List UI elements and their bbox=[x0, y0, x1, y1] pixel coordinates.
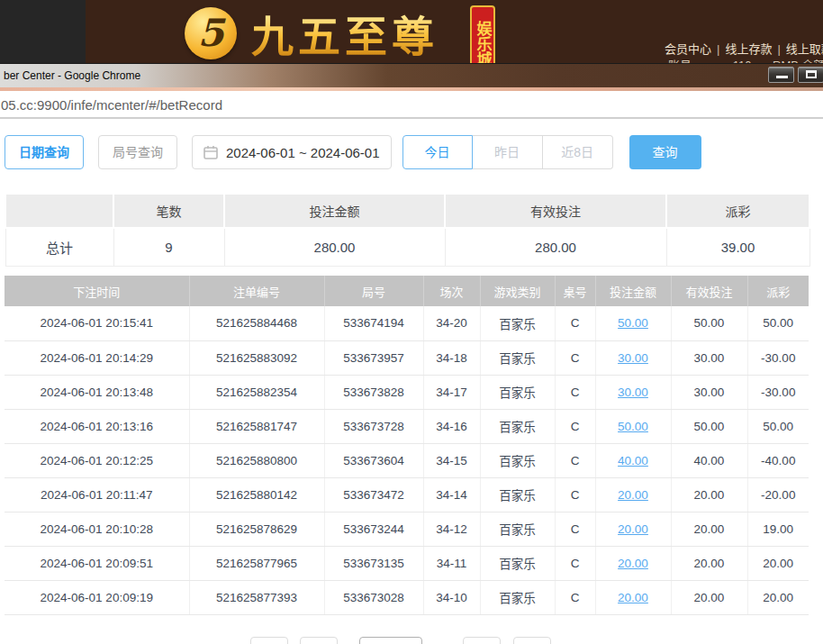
bet-amount-link[interactable]: 50.00 bbox=[618, 420, 648, 433]
cell-valid-bet: 40.00 bbox=[671, 443, 747, 477]
cell-game-type: 百家乐 bbox=[480, 409, 555, 443]
nav-withdraw[interactable]: 线上取款 bbox=[786, 42, 823, 56]
today-button[interactable]: 今日 bbox=[402, 135, 473, 169]
cell-order-id: 521625884468 bbox=[189, 306, 324, 340]
cell-round-id: 533673828 bbox=[324, 375, 423, 409]
cell-round-id: 533673244 bbox=[324, 512, 423, 546]
date-query-tab[interactable]: 日期查询 bbox=[5, 135, 84, 169]
bet-column-header: 投注金额 bbox=[595, 276, 671, 306]
summary-header-cell: 有效投注 bbox=[445, 194, 666, 228]
summary-total-cell: 39.00 bbox=[666, 228, 809, 266]
cell-bet-amount: 20.00 bbox=[595, 512, 671, 546]
cell-payout: -40.00 bbox=[747, 443, 809, 477]
cell-order-id: 521625880142 bbox=[189, 477, 324, 512]
cell-game-type: 百家乐 bbox=[480, 512, 555, 546]
nav-member-center[interactable]: 会员中心 bbox=[665, 42, 711, 56]
site-header: 5 九五至尊 娱乐城 会员中心|线上存款|线上取款 账号 110 RMB 余额 bbox=[0, 0, 823, 63]
cell-bet-amount: 30.00 bbox=[595, 375, 671, 409]
summary-table: 笔数投注金额有效投注派彩 总计9280.00280.0039.00 bbox=[5, 193, 810, 267]
bet-amount-link[interactable]: 30.00 bbox=[618, 351, 648, 365]
cell-payout: 50.00 bbox=[747, 306, 809, 340]
table-row: 2024-06-01 20:14:29521625883092533673957… bbox=[5, 340, 809, 375]
cell-table-id: C bbox=[555, 443, 595, 477]
cell-game-type: 百家乐 bbox=[480, 443, 555, 477]
cell-game-type: 百家乐 bbox=[480, 477, 555, 512]
table-row: 2024-06-01 20:09:51521625877965533673135… bbox=[5, 546, 809, 580]
cell-valid-bet: 20.00 bbox=[671, 477, 747, 512]
cell-table-id: C bbox=[555, 512, 595, 546]
cell-bet-time: 2024-06-01 20:13:16 bbox=[5, 409, 189, 443]
cell-bet-amount: 30.00 bbox=[595, 340, 671, 375]
summary-header-cell: 投注金额 bbox=[224, 194, 445, 228]
cell-table-id: C bbox=[555, 375, 595, 409]
cell-bet-time: 2024-06-01 20:10:28 bbox=[5, 512, 189, 546]
table-row: 2024-06-01 20:15:41521625884468533674194… bbox=[5, 306, 809, 340]
cell-bet-amount: 50.00 bbox=[595, 409, 671, 443]
bet-amount-link[interactable]: 30.00 bbox=[618, 385, 648, 399]
cell-valid-bet: 50.00 bbox=[671, 409, 747, 443]
bet-amount-link[interactable]: 20.00 bbox=[618, 522, 648, 536]
bet-amount-link[interactable]: 20.00 bbox=[618, 591, 648, 604]
cell-order-id: 521625881747 bbox=[189, 409, 324, 443]
nav-separator: | bbox=[777, 42, 780, 56]
minimize-button[interactable] bbox=[768, 67, 794, 83]
bet-amount-link[interactable]: 20.00 bbox=[618, 557, 648, 570]
summary-header-cell bbox=[5, 194, 113, 228]
summary-total-cell: 9 bbox=[113, 228, 224, 266]
cell-round-id: 533673957 bbox=[324, 340, 423, 375]
cell-order-id: 521625880800 bbox=[189, 443, 324, 477]
summary-header-cell: 派彩 bbox=[666, 194, 809, 228]
bet-column-header: 场次 bbox=[423, 276, 480, 306]
logo-badge: 娱乐城 bbox=[470, 5, 495, 63]
cell-valid-bet: 20.00 bbox=[671, 512, 747, 546]
summary-total-cell: 280.00 bbox=[445, 228, 666, 266]
cell-round-id: 533674194 bbox=[324, 306, 423, 340]
cell-bet-time: 2024-06-01 20:15:41 bbox=[5, 306, 189, 340]
nav-separator: | bbox=[717, 42, 719, 56]
table-row: 2024-06-01 20:13:16521625881747533673728… bbox=[5, 409, 809, 443]
yesterday-button[interactable]: 昨日 bbox=[473, 135, 543, 169]
maximize-button[interactable] bbox=[798, 67, 823, 83]
address-bar[interactable]: 05.cc:9900/infe/mcenter/#/betRecord bbox=[0, 91, 823, 119]
logo-coin-icon: 5 bbox=[185, 7, 237, 59]
cell-round-id: 533673135 bbox=[324, 546, 423, 580]
cell-game-type: 百家乐 bbox=[480, 546, 555, 580]
pager-page-select[interactable] bbox=[359, 637, 422, 644]
cell-valid-bet: 30.00 bbox=[671, 340, 747, 375]
cell-session: 34-11 bbox=[423, 546, 480, 580]
url-text[interactable]: 05.cc:9900/infe/mcenter/#/betRecord bbox=[1, 97, 222, 113]
cell-order-id: 521625878629 bbox=[189, 512, 324, 546]
bet-column-header: 局号 bbox=[324, 276, 423, 306]
bet-amount-link[interactable]: 50.00 bbox=[618, 316, 648, 330]
table-row: 2024-06-01 20:09:19521625877393533673028… bbox=[5, 580, 809, 614]
pager-prev-button[interactable] bbox=[300, 637, 338, 644]
chrome-window: ber Center - Google Chrome 05.cc:9900/in… bbox=[0, 63, 823, 644]
last-8-days-button[interactable]: 近8日 bbox=[543, 135, 613, 169]
table-row: 2024-06-01 20:13:48521625882354533673828… bbox=[5, 375, 809, 409]
cell-valid-bet: 20.00 bbox=[671, 580, 747, 614]
cell-game-type: 百家乐 bbox=[480, 340, 555, 375]
summary-header-row: 笔数投注金额有效投注派彩 bbox=[5, 194, 809, 228]
pager-first-button[interactable] bbox=[250, 637, 288, 644]
date-range-input[interactable]: 2024-06-01 ~ 2024-06-01 bbox=[192, 135, 392, 169]
round-query-tab[interactable]: 局号查询 bbox=[98, 135, 177, 169]
bet-amount-link[interactable]: 40.00 bbox=[618, 454, 648, 467]
cell-bet-amount: 20.00 bbox=[595, 546, 671, 580]
nav-deposit[interactable]: 线上存款 bbox=[725, 42, 772, 56]
bet-column-header: 有效投注 bbox=[671, 276, 747, 306]
date-range-value: 2024-06-01 ~ 2024-06-01 bbox=[226, 145, 380, 160]
bet-column-header: 桌号 bbox=[555, 276, 595, 306]
search-button[interactable]: 查询 bbox=[629, 135, 701, 169]
cell-bet-time: 2024-06-01 20:14:29 bbox=[5, 340, 189, 375]
bet-amount-link[interactable]: 20.00 bbox=[618, 488, 648, 502]
cell-round-id: 533673028 bbox=[324, 580, 423, 614]
pager-last-button[interactable] bbox=[513, 637, 551, 644]
cell-bet-amount: 40.00 bbox=[595, 443, 671, 477]
pager-next-button[interactable] bbox=[463, 637, 501, 644]
cell-payout: 50.00 bbox=[747, 409, 809, 443]
summary-total-row: 总计9280.00280.0039.00 bbox=[5, 228, 809, 266]
cell-payout: 20.00 bbox=[747, 580, 809, 614]
cell-session: 34-12 bbox=[423, 512, 480, 546]
window-titlebar[interactable]: ber Center - Google Chrome bbox=[0, 63, 823, 87]
cell-order-id: 521625882354 bbox=[189, 375, 324, 409]
